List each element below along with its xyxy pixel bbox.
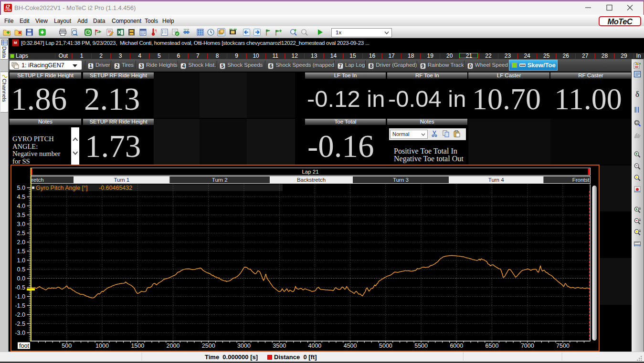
svg-text:-0.60465432: -0.60465432 [99,185,132,191]
svg-text:1.0: 1.0 [17,257,25,264]
svg-text:retch: retch [32,177,44,183]
svg-text:3500: 3500 [273,342,286,349]
svg-text:0.5: 0.5 [17,266,25,273]
svg-text:3000: 3000 [237,342,251,349]
svg-text:Turn 2: Turn 2 [212,177,228,183]
svg-text:2.5: 2.5 [17,230,25,237]
svg-text:500: 500 [62,342,72,349]
svg-text:-1.0: -1.0 [15,293,25,300]
svg-text:foot: foot [19,342,29,349]
svg-text:Turn 4: Turn 4 [488,177,504,183]
svg-text:Frontst: Frontst [572,177,590,183]
svg-text:6500: 6500 [486,342,499,349]
svg-text:3.0: 3.0 [17,221,25,228]
svg-text:1500: 1500 [131,342,144,349]
svg-text:4000: 4000 [308,342,321,349]
svg-text:5000: 5000 [379,342,392,349]
svg-text:4500: 4500 [344,342,357,349]
svg-text:Turn 1: Turn 1 [114,177,129,183]
svg-text:-3.0: -3.0 [15,330,25,336]
svg-text:5.0: 5.0 [17,185,25,191]
svg-text:4.0: 4.0 [17,203,25,209]
svg-text:-2.0: -2.0 [15,311,25,318]
svg-text:2000: 2000 [167,342,180,349]
svg-text:1000: 1000 [95,342,109,349]
svg-text:-0.5: -0.5 [15,284,25,291]
svg-text:Lap 21: Lap 21 [302,169,318,175]
svg-text:7000: 7000 [521,342,534,349]
svg-text:Gyro Pitch Angle [°]: Gyro Pitch Angle [°] [36,185,88,191]
svg-text:5500: 5500 [414,342,428,349]
svg-text:7500: 7500 [556,342,570,349]
svg-text:3.5: 3.5 [17,212,25,218]
svg-text:2.0: 2.0 [17,239,25,246]
svg-text:1.5: 1.5 [17,248,25,255]
svg-text:2500: 2500 [202,342,215,349]
svg-text:Backstretch: Backstretch [297,177,326,183]
svg-text:4.5: 4.5 [17,194,25,200]
svg-text:6000: 6000 [450,342,463,349]
svg-text:0.0: 0.0 [17,275,25,282]
svg-text:-1.5: -1.5 [15,302,25,309]
svg-text:-2.5: -2.5 [15,321,25,327]
svg-text:Turn 3: Turn 3 [393,177,409,183]
